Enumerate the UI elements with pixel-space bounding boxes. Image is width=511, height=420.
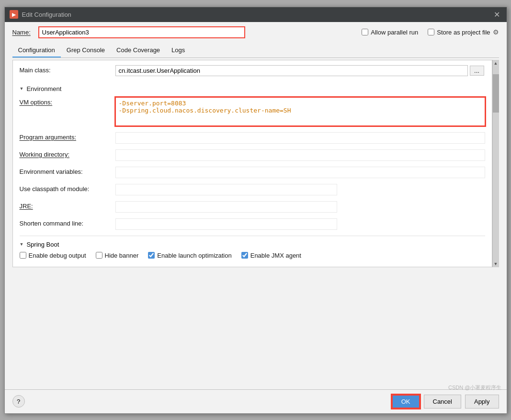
enable-launch-optimization-checkbox[interactable] <box>148 252 155 259</box>
dialog-footer: ? OK Cancel Apply <box>5 389 507 413</box>
working-directory-value <box>115 149 485 161</box>
tab-code-coverage[interactable]: Code Coverage <box>111 44 166 57</box>
tab-configuration[interactable]: Configuration <box>12 44 61 57</box>
shorten-cmdline-input[interactable] <box>115 218 337 230</box>
spring-boot-label: Spring Boot <box>26 241 59 248</box>
vm-options-value: -Dserver.port=8083 -Dspring.cloud.nacos.… <box>115 97 485 127</box>
enable-debug-output-item: Enable debug output <box>20 252 86 259</box>
scroll-down-arrow[interactable]: ▼ <box>493 261 499 267</box>
enable-debug-output-checkbox[interactable] <box>20 252 26 259</box>
vm-options-label: VM options: <box>20 97 115 106</box>
jre-row: JRE: <box>20 201 485 214</box>
main-class-input[interactable] <box>115 65 468 76</box>
store-as-project-file-checkbox[interactable] <box>428 29 434 35</box>
config-body: Main class: ... ▼ Environment VM options… <box>12 60 492 267</box>
classpath-module-value <box>115 184 485 195</box>
name-row-right: Allow parallel run Store as project file… <box>362 28 499 36</box>
title-bar: ▶ Edit Configuration ✕ <box>5 7 507 22</box>
jre-label: JRE: <box>20 201 115 210</box>
edit-configuration-dialog: ▶ Edit Configuration ✕ Name: Allow paral… <box>4 7 507 414</box>
working-directory-input[interactable] <box>115 149 485 161</box>
spring-boot-options: Enable debug output Hide banner Enable l… <box>20 252 485 259</box>
env-variables-label: Environment variables: <box>20 167 115 175</box>
gear-icon[interactable]: ⚙ <box>493 28 499 36</box>
program-arguments-value <box>115 132 485 144</box>
environment-collapse-icon[interactable]: ▼ <box>20 86 24 91</box>
env-variables-input[interactable] <box>115 167 485 178</box>
working-directory-row: Working directory: <box>20 149 485 162</box>
working-directory-label: Working directory: <box>20 149 115 158</box>
allow-parallel-run-checkbox[interactable] <box>362 29 368 35</box>
close-button[interactable]: ✕ <box>492 10 502 19</box>
enable-jmx-agent-label: Enable JMX agent <box>250 252 301 259</box>
env-variables-row: Environment variables: <box>20 167 485 179</box>
environment-section-header: ▼ Environment <box>20 82 485 94</box>
enable-launch-optimization-label: Enable launch optimization <box>157 252 231 259</box>
dialog-content: Name: Allow parallel run Store as projec… <box>5 22 507 389</box>
program-arguments-row: Program arguments: <box>20 132 485 145</box>
store-as-project-file-label: Store as project file <box>437 29 490 36</box>
enable-debug-output-label: Enable debug output <box>29 252 86 259</box>
spring-boot-collapse-icon[interactable]: ▼ <box>20 242 24 247</box>
spring-boot-section: ▼ Spring Boot Enable debug output Hide b… <box>20 238 485 262</box>
main-class-label: Main class: <box>20 65 115 74</box>
hide-banner-label: Hide banner <box>105 252 139 259</box>
classpath-module-input[interactable] <box>115 184 337 195</box>
shorten-cmdline-row: Shorten command line: <box>20 218 485 231</box>
jre-value <box>115 201 485 213</box>
classpath-module-label: Use classpath of module: <box>20 184 115 193</box>
program-arguments-label: Program arguments: <box>20 132 115 141</box>
env-variables-value <box>115 167 485 178</box>
tabs-row: Configuration Grep Console Code Coverage… <box>12 44 499 58</box>
footer-buttons: OK Cancel Apply <box>392 395 499 409</box>
main-class-browse-button[interactable]: ... <box>470 66 484 76</box>
divider <box>20 236 485 236</box>
ok-button[interactable]: OK <box>392 395 420 409</box>
shorten-cmdline-label: Shorten command line: <box>20 218 115 227</box>
config-area-wrapper: Main class: ... ▼ Environment VM options… <box>12 60 499 267</box>
tab-grep-console[interactable]: Grep Console <box>61 44 111 57</box>
program-arguments-input[interactable] <box>115 132 485 144</box>
classpath-module-row: Use classpath of module: <box>20 184 485 196</box>
app-icon: ▶ <box>10 10 18 19</box>
vm-options-row: VM options: -Dserver.port=8083 -Dspring.… <box>20 97 485 127</box>
name-label: Name: <box>12 29 34 36</box>
hide-banner-item: Hide banner <box>96 252 139 259</box>
jre-input[interactable] <box>115 201 337 213</box>
name-row: Name: Allow parallel run Store as projec… <box>12 27 499 38</box>
main-class-value: ... <box>115 65 485 76</box>
vm-options-textarea[interactable]: -Dserver.port=8083 -Dspring.cloud.nacos.… <box>115 97 485 126</box>
watermark: CSDN @小署麦程序生 <box>448 384 501 391</box>
cancel-button[interactable]: Cancel <box>424 395 461 409</box>
store-as-project-file-item: Store as project file ⚙ <box>428 28 499 36</box>
spring-boot-header: ▼ Spring Boot <box>20 241 485 248</box>
hide-banner-checkbox[interactable] <box>96 252 102 259</box>
tab-logs[interactable]: Logs <box>166 44 191 57</box>
allow-parallel-run-item: Allow parallel run <box>362 29 418 36</box>
scrollbar[interactable]: ▲ ▼ <box>492 60 499 267</box>
main-class-row: Main class: ... <box>20 65 485 78</box>
environment-label: Environment <box>26 85 61 92</box>
name-input[interactable] <box>39 27 245 38</box>
scroll-up-arrow[interactable]: ▲ <box>493 60 499 67</box>
scroll-thumb[interactable] <box>493 74 499 113</box>
allow-parallel-run-label: Allow parallel run <box>371 29 418 36</box>
dialog-title: Edit Configuration <box>22 11 492 18</box>
enable-jmx-agent-item: Enable JMX agent <box>241 252 301 259</box>
enable-jmx-agent-checkbox[interactable] <box>241 252 248 259</box>
enable-launch-optimization-item: Enable launch optimization <box>148 252 231 259</box>
shorten-cmdline-value <box>115 218 485 230</box>
help-button[interactable]: ? <box>12 395 25 408</box>
apply-button[interactable]: Apply <box>465 395 499 409</box>
